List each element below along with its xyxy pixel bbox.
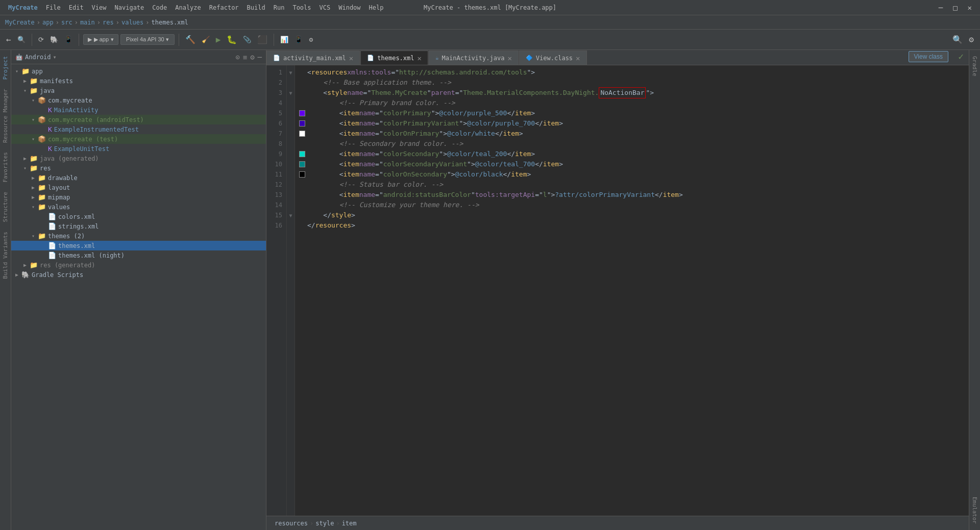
tree-item-app[interactable]: ▾ 📁 app [11, 66, 266, 76]
breadcrumb-item[interactable]: item [342, 520, 357, 527]
tree-item-colors-xml[interactable]: 📄 colors.xml [11, 212, 266, 221]
app-selector-button[interactable]: ▶ ▶ app ▾ [83, 34, 118, 45]
breadcrumb-main[interactable]: main [80, 19, 95, 26]
vtab-gradle[interactable]: Gradle [970, 52, 979, 81]
code-text[interactable]: <resources xmlns:tools="http://schemas.a… [295, 65, 969, 516]
search-everywhere-icon[interactable]: 🔍 [950, 33, 965, 46]
tab-viewclass[interactable]: 🔷 View.class ✕ [519, 51, 587, 65]
vtab-resource-manager[interactable]: Resource Manager [1, 85, 10, 147]
window-controls: ─ □ ✕ [936, 4, 975, 12]
tab-class-icon: 🔷 [526, 55, 533, 61]
tree-item-unit-test[interactable]: K ExampleUnitTest [11, 144, 266, 154]
tab-close-mainactivity[interactable]: ✕ [507, 54, 511, 62]
tab-activity-main[interactable]: 📄 activity_main.xml ✕ [266, 51, 360, 65]
breadcrumb-resources[interactable]: resources [275, 520, 308, 527]
tree-item-themes-xml[interactable]: 📄 themes.xml [11, 241, 266, 250]
tree-item-themes-folder[interactable]: ▾ 📁 themes (2) [11, 231, 266, 241]
device-selector-button[interactable]: Pixel 4a API 30 ▾ [120, 34, 175, 45]
settings-icon[interactable]: ⚙ [967, 33, 976, 46]
app-selector-dropdown: ▾ [111, 36, 114, 43]
menu-file[interactable]: File [43, 3, 64, 12]
tab-close-viewclass[interactable]: ✕ [576, 54, 580, 62]
breadcrumb-src[interactable]: src [61, 19, 72, 26]
attach-icon[interactable]: 📎 [241, 34, 253, 45]
debug-icon[interactable]: 🐛 [225, 33, 239, 46]
menu-analyze[interactable]: Analyze [172, 3, 204, 12]
menu-mycreate[interactable]: MyCreate [5, 3, 41, 12]
fold-open-1[interactable]: ▼ [289, 70, 292, 75]
vtab-favorites[interactable]: Favorites [1, 148, 10, 187]
vtab-build-variants[interactable]: Build Variants [1, 228, 10, 283]
menu-tools[interactable]: Tools [289, 3, 314, 12]
tab-mainactivity[interactable]: ☕ MainActivity.java ✕ [429, 51, 519, 65]
sdk-manager-icon[interactable]: ⚙ [307, 34, 315, 45]
tree-item-mipmap[interactable]: ▶ 📁 mipmap [11, 192, 266, 202]
menu-refactor[interactable]: Refactor [206, 3, 242, 12]
tree-item-drawable[interactable]: ▶ 📁 drawable [11, 173, 266, 183]
code-editor-area[interactable]: 1 2 3 4 5 6 7 8 9 10 11 12 13 14 15 16 ▼ [266, 65, 969, 516]
sidebar-minimize-icon[interactable]: ─ [258, 53, 262, 61]
menu-build[interactable]: Build [244, 3, 268, 12]
view-class-button[interactable]: View class [909, 51, 948, 62]
fold-close-15[interactable]: ▼ [289, 213, 292, 218]
tree-item-values[interactable]: ▾ 📁 values [11, 202, 266, 212]
breadcrumb-app[interactable]: app [42, 19, 54, 26]
vtab-structure[interactable]: Structure [1, 188, 10, 226]
tree-item-res[interactable]: ▾ 📁 res [11, 163, 266, 173]
make-project-icon[interactable]: 🔨 [183, 33, 198, 46]
breadcrumb-res[interactable]: res [103, 19, 114, 26]
menu-help[interactable]: Help [366, 3, 387, 12]
minimize-button[interactable]: ─ [936, 4, 946, 12]
breadcrumb-mycreate[interactable]: MyCreate [5, 19, 35, 26]
sidebar-gear-icon[interactable]: ⚙ [250, 53, 254, 61]
close-button[interactable]: ✕ [965, 4, 975, 12]
breadcrumb-style[interactable]: style [315, 520, 334, 527]
breadcrumb-values[interactable]: values [121, 19, 143, 26]
toolbar-search-icon[interactable]: 🔍 [15, 34, 28, 45]
vtab-emulator[interactable]: Emulator [970, 493, 979, 528]
menu-run[interactable]: Run [271, 3, 288, 12]
menu-view[interactable]: View [89, 3, 110, 12]
tree-item-instrumented-test[interactable]: K ExampleInstrumentedTest [11, 124, 266, 134]
manifests-folder-icon: 📁 [30, 77, 38, 85]
tab-close-activity-main[interactable]: ✕ [349, 54, 353, 62]
tab-themes[interactable]: 📄 themes.xml ✕ [360, 51, 428, 65]
toolbar-sync-icon[interactable]: ⟳ [36, 34, 46, 45]
toolbar-gradle-icon[interactable]: 🐘 [48, 34, 60, 45]
profiler-icon[interactable]: 📊 [278, 34, 290, 45]
code-lines: <resources xmlns:tools="http://schemas.a… [307, 67, 965, 231]
tree-item-androidtest[interactable]: ▾ 📦 com.mycreate (androidTest) [11, 115, 266, 124]
menu-code[interactable]: Code [149, 3, 170, 12]
tree-label-manifests: manifests [40, 78, 73, 85]
tree-item-layout[interactable]: ▶ 📁 layout [11, 183, 266, 192]
breadcrumb-file: themes.xml [152, 19, 188, 26]
maximize-button[interactable]: □ [950, 4, 960, 12]
run-icon[interactable]: ▶ [214, 33, 223, 46]
menu-vcs[interactable]: VCS [316, 3, 334, 12]
tree-item-strings-xml[interactable]: 📄 strings.xml [11, 221, 266, 231]
fold-open-3[interactable]: ▼ [289, 90, 292, 96]
menu-edit[interactable]: Edit [66, 3, 87, 12]
vtab-project[interactable]: Project [1, 52, 10, 84]
tree-item-test[interactable]: ▾ 📦 com.mycreate (test) [11, 134, 266, 144]
tree-item-gradle-scripts[interactable]: ▶ 🐘 Gradle Scripts [11, 270, 266, 280]
tree-item-manifests[interactable]: ▶ 📁 manifests [11, 76, 266, 86]
tree-item-mainactivity[interactable]: K MainActivity [11, 105, 266, 115]
menu-window[interactable]: Window [335, 3, 363, 12]
toolbar-back-icon[interactable]: ← [4, 33, 13, 46]
toolbar-avd-icon[interactable]: 📱 [62, 34, 75, 45]
sidebar-dropdown-icon[interactable]: ▾ [53, 54, 57, 61]
tree-item-java[interactable]: ▾ 📁 java [11, 86, 266, 95]
stop-icon[interactable]: ⬛ [255, 33, 270, 46]
device-manager-icon[interactable]: 📱 [292, 34, 305, 45]
tree-item-res-generated[interactable]: ▶ 📁 res (generated) [11, 260, 266, 270]
tab-close-themes[interactable]: ✕ [418, 54, 422, 62]
tree-item-themes-xml-night[interactable]: 📄 themes.xml (night) [11, 250, 266, 260]
menu-navigate[interactable]: Navigate [112, 3, 148, 12]
tree-item-java-generated[interactable]: ▶ 📁 java (generated) [11, 154, 266, 163]
clean-icon[interactable]: 🧹 [200, 34, 212, 45]
sidebar-expand-icon[interactable]: ≡ [243, 53, 247, 61]
tree-item-com-mycreate[interactable]: ▾ 📦 com.mycreate [11, 95, 266, 105]
tree-label-res: res [40, 165, 51, 172]
sidebar-locate-icon[interactable]: ⊙ [235, 53, 239, 61]
